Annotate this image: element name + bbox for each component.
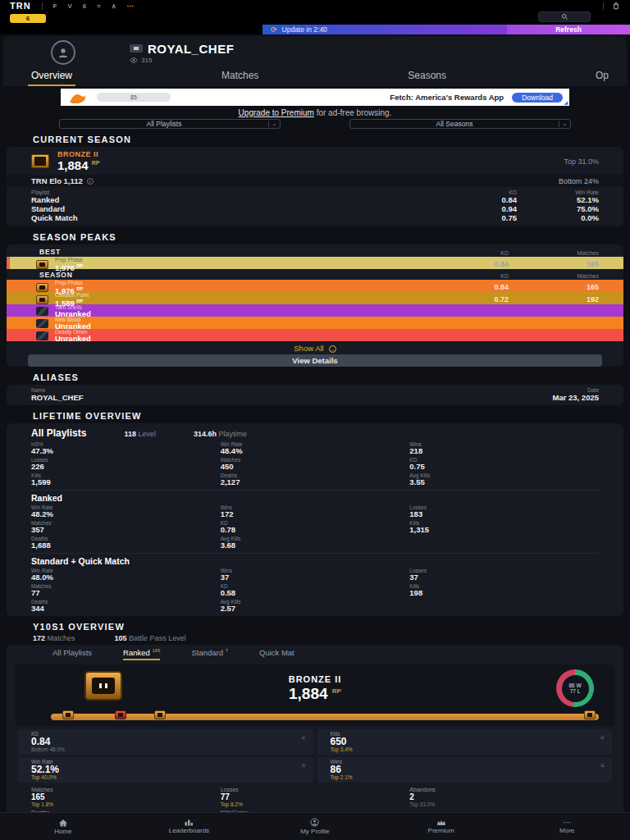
chevron-down-icon: ⌄ xyxy=(329,345,336,353)
refresh-button[interactable]: Refresh xyxy=(507,25,630,34)
lifetime-card: All Playlists 118 Level 314.6h Playtime … xyxy=(7,423,623,616)
alias-name-label: Name xyxy=(31,387,84,393)
game-icon-misc2[interactable]: ∧ xyxy=(112,2,116,10)
fox-logo-icon xyxy=(67,92,89,103)
upgrade-premium-link[interactable]: Upgrade to Premium xyxy=(239,108,314,117)
season-row-new-blood[interactable]: New Blood Unranked xyxy=(7,317,623,329)
nav-premium[interactable]: Premium xyxy=(378,813,504,840)
game-icon-misc[interactable]: ≈ xyxy=(97,2,100,10)
nav-leaderboards[interactable]: Leaderboards xyxy=(126,813,253,840)
season-row-twin-shells[interactable]: Twin Shells Unranked xyxy=(7,304,623,317)
rank-current-badge-icon xyxy=(115,710,126,719)
rank-name: BRONZE II xyxy=(57,150,99,158)
rank-tier-badge-icon xyxy=(62,710,74,719)
season-filter-dropdown[interactable]: All Seasons ⌄ xyxy=(349,119,571,129)
show-all-button[interactable]: Show All⌄ xyxy=(7,344,623,353)
tab-standard[interactable]: Standard 7 xyxy=(191,648,228,660)
tab-seasons[interactable]: Seasons xyxy=(404,68,450,86)
avatar[interactable] xyxy=(51,40,75,65)
tile-wins[interactable]: ≡ Wins 86 Top 2.1% xyxy=(317,757,613,783)
alias-date: Mar 23, 2025 xyxy=(552,393,599,402)
person-icon xyxy=(57,46,70,59)
ad-headline: Fetch: America's Rewards App xyxy=(390,93,504,102)
unranked-icon xyxy=(36,319,48,328)
premium-note-rest: for ad-free browsing. xyxy=(314,108,392,117)
tile-menu-icon[interactable]: ≡ xyxy=(302,735,306,742)
r6-game-button[interactable]: 6 xyxy=(10,14,46,23)
lifetime-title: LIFETIME OVERVIEW xyxy=(33,411,630,421)
y10s1-title: Y10S1 OVERVIEW xyxy=(33,622,630,632)
more-games-icon[interactable]: ⋯ xyxy=(127,2,135,10)
playlist-filter-label: All Playlists xyxy=(60,120,268,128)
ad-download-button[interactable]: Download xyxy=(512,93,563,103)
update-strip: ⟳ Update in 2:40 Refresh xyxy=(0,25,630,34)
season-header: SEASON KD Matches xyxy=(7,269,623,280)
stat-cell: Matches77 xyxy=(31,583,221,597)
tab-ranked[interactable]: Ranked 165 xyxy=(123,648,160,660)
adchoices-icon[interactable]: ◢ xyxy=(564,99,568,105)
stat-cell: Wins172 xyxy=(221,504,410,518)
season-row-prep-phase[interactable]: Prep Phase 1,976 RP 0.84 165 xyxy=(7,280,623,292)
tab-matches[interactable]: Matches xyxy=(218,68,262,86)
stat-cell: Avg Kills2.57 xyxy=(221,599,410,613)
stat-cell: Kills198 xyxy=(409,583,599,597)
lifetime-ranked-stats: Win Rate48.2% Wins172 Losses183 Matches3… xyxy=(31,504,599,550)
tab-overview[interactable]: Overview xyxy=(28,68,75,86)
search-icon xyxy=(561,13,568,21)
tab-operators[interactable]: Op xyxy=(592,68,612,86)
search-button[interactable] xyxy=(538,11,591,22)
chevron-down-icon: ⌄ xyxy=(559,121,570,127)
season-row-deadly-omen[interactable]: Deadly Omen Unranked xyxy=(7,329,623,341)
divider xyxy=(42,2,43,10)
alias-name: ROYAL_CHEF xyxy=(31,393,84,402)
lifetime-sqm-stats: Win Rate48.0% Wins37 Losses37 Matches77 … xyxy=(31,568,599,613)
rank-percentile: Top 31.0% xyxy=(564,158,599,166)
info-icon[interactable]: i xyxy=(87,178,94,185)
view-details-button[interactable]: View Details xyxy=(28,354,602,367)
game-icon-fortnite[interactable]: F xyxy=(53,2,57,10)
trn-logo[interactable]: TRN xyxy=(10,1,31,11)
best-peak-row[interactable]: Prep Phase 1,976 RP 0.84 165 xyxy=(7,257,623,269)
tile-menu-icon[interactable]: ≡ xyxy=(600,735,605,742)
aliases-card: Name ROYAL_CHEF Date Mar 23, 2025 xyxy=(7,385,623,405)
tile-menu-icon[interactable]: ≡ xyxy=(600,763,605,769)
playlist-table-header: PlaylistKDWin Rate xyxy=(31,189,599,195)
season-row-collision-point[interactable]: Collision Point 1,589 RP 0.72 192 xyxy=(7,292,623,304)
stat-cell: Win Rate48.2% xyxy=(31,504,221,518)
tab-all-playlists[interactable]: All Playlists xyxy=(52,648,92,660)
stat-cell: Kills1,315 xyxy=(409,520,599,534)
playlist-filter-dropdown[interactable]: All Playlists ⌄ xyxy=(59,119,281,129)
ranked-subtitle: Ranked xyxy=(31,490,599,503)
alias-date-label: Date xyxy=(552,387,599,393)
chevron-down-icon: ⌄ xyxy=(268,121,280,127)
nav-more[interactable]: ⋯ More xyxy=(504,813,630,840)
game-icon-valorant[interactable]: V xyxy=(68,2,72,10)
stat-cell: HS%47.3% xyxy=(31,441,221,455)
premium-note: Upgrade to Premium for ad-free browsing. xyxy=(0,108,630,117)
tile-kd[interactable]: ≡ KD 0.84 Bottom 48.0% xyxy=(18,729,313,755)
ad-banner[interactable]: $5 Fetch: America's Rewards App Download… xyxy=(61,89,569,106)
stat-cell: Win Rate48.0% xyxy=(31,568,221,582)
season-filter-label: All Seasons xyxy=(350,120,559,128)
profile-icon xyxy=(310,818,319,827)
y10s1-card: All Playlists Ranked 165 Standard 7 Quic… xyxy=(7,645,623,830)
current-season-title: CURRENT SEASON xyxy=(33,135,630,144)
game-icon-r6[interactable]: 6 xyxy=(83,2,86,10)
tile-kills[interactable]: ≡ Kills 650 Top 3.4% xyxy=(317,729,613,755)
rank-banner: BRONZE II 1,884 RP 86 W 77 L xyxy=(15,664,615,726)
season-peaks-card: BEST KD Matches Prep Phase 1,976 RP 0.84… xyxy=(7,244,623,367)
stat-cell: Kills1,599 xyxy=(31,472,221,486)
unranked-icon xyxy=(36,331,48,340)
season-peaks-title: SEASON PEAKS xyxy=(33,232,630,242)
y10s1-tabs: All Playlists Ranked 165 Standard 7 Quic… xyxy=(7,645,623,663)
nav-home[interactable]: Home xyxy=(0,813,126,840)
leaderboard-icon xyxy=(184,819,194,826)
ad-price-pill: $5 xyxy=(97,93,171,102)
profile-header: ROYAL_CHEF 315 Overview Matches Seasons … xyxy=(3,36,627,86)
tile-winrate[interactable]: ≡ Win Rate 52.1% Top 40.0% xyxy=(18,757,313,783)
stat-cell: Deaths344 xyxy=(31,599,221,613)
premium-crown-icon xyxy=(436,819,446,826)
tab-quick-match[interactable]: Quick Mat xyxy=(259,648,294,660)
tile-menu-icon[interactable]: ≡ xyxy=(302,763,306,769)
nav-my-profile[interactable]: My Profile xyxy=(252,813,378,840)
